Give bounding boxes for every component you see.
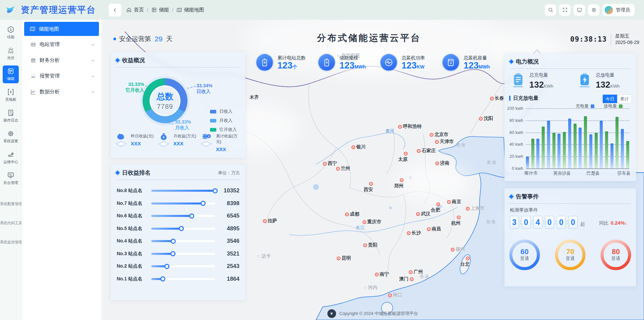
safe-days-suffix: 天 [166, 35, 172, 43]
slider-handle-icon[interactable] [170, 251, 176, 257]
ranking-slider[interactable] [151, 265, 215, 267]
settings-button[interactable] [588, 4, 599, 16]
alarm-events-panel: 告警事件 检测事故事件 304000起 同比0.24%↓ 60普通70普通80普… [504, 188, 636, 286]
ranking-value: 3521 [227, 250, 239, 257]
daily-revenue-ranking-panel: 日收益排名 单位：万元 No.8 站点名10352No.7 站点名8398No.… [111, 165, 245, 300]
ranking-slider[interactable] [151, 202, 215, 204]
ranking-value: 6545 [227, 213, 239, 219]
menu-item-报警管理[interactable]: 报警管理 [21, 68, 101, 84]
map-icon [176, 7, 182, 13]
tab-累计[interactable]: 累计 [617, 95, 632, 103]
ranking-slider[interactable] [151, 253, 215, 255]
monitor-icon [577, 7, 582, 13]
rail-extra-item[interactable]: 系统监控管理 [0, 240, 21, 245]
map-area[interactable]: 木齐乌兰巴托呼和浩特北京市天津市沈阳长春石家庄太原济南银川西宁兰州西安郑州拉萨成… [101, 20, 644, 320]
bar-discharge [605, 131, 608, 169]
slider-handle-icon[interactable] [200, 201, 206, 206]
breadcrumb-item[interactable]: 储能地图 [176, 7, 204, 13]
ops-icon [7, 151, 14, 158]
menu-item-电站管理[interactable]: 电站管理 [21, 37, 101, 52]
menu-item-储能地图[interactable]: 储能地图 [24, 22, 99, 36]
avatar [604, 6, 613, 14]
fullscreen-button[interactable] [559, 4, 571, 16]
monitor-button[interactable] [574, 4, 585, 16]
rail-item-label: 运维中心 [3, 159, 18, 165]
ranking-value: 2543 [227, 263, 239, 270]
kpi-储能规模: 储能规模123MWh [318, 53, 380, 72]
bar-charge [536, 139, 539, 169]
kpi-value: 123KW [401, 61, 425, 70]
log-icon [7, 109, 14, 117]
breadcrumb-label: 首页 [134, 7, 144, 13]
bar-discharge [574, 124, 577, 169]
ranking-slider[interactable] [151, 190, 215, 192]
solar-icon [7, 47, 14, 54]
map-label: 北京市 [434, 132, 448, 138]
back-button[interactable] [109, 4, 121, 16]
breadcrumb-item[interactable]: 储能 [151, 7, 169, 13]
bar-charge [568, 119, 571, 169]
map-label: 太原 [398, 156, 408, 163]
map-label: 达卡 [261, 253, 271, 259]
x-axis-tick: 喀什市 [525, 170, 538, 176]
ranking-slider[interactable] [151, 228, 215, 230]
panel-title: 日收益排名 [122, 169, 151, 177]
y-axis-tick: 0 kwh [504, 166, 523, 171]
map-label: 南京 [452, 199, 461, 205]
city-marker-icon [400, 178, 404, 182]
chevron-down-icon [91, 42, 95, 47]
alarm-rings: 60普通70普通80普通 [508, 239, 632, 271]
collapse-footer-button[interactable]: ▼ [327, 309, 336, 318]
gear-icon [7, 130, 14, 137]
breadcrumb-item[interactable]: 首页 [126, 7, 144, 13]
stat-label: 累计收益(万元) [216, 133, 242, 145]
slider-handle-icon[interactable] [164, 264, 170, 269]
x-axis-tick: 巴楚县 [587, 170, 600, 176]
map-label: 郑州 [394, 183, 404, 189]
user-menu[interactable]: 管理员 [602, 4, 635, 16]
rail-item-运维中心[interactable]: 运维中心 [0, 149, 21, 167]
ranking-value: 1864 [227, 276, 239, 282]
digit-separator-icon [531, 221, 533, 224]
ranking-slider[interactable] [151, 215, 215, 217]
panel-title: 收益概况 [122, 56, 145, 64]
divider [611, 34, 611, 45]
search-button[interactable] [545, 4, 556, 16]
rail-item-光伏[interactable]: 光伏 [0, 45, 21, 62]
ranking-row: No.7 站点名8398 [117, 199, 239, 208]
bar-discharge [626, 141, 629, 169]
menu-item-数据分析[interactable]: 数据分析 [21, 84, 101, 100]
donut-callout-daily: 33.34%日收入 [197, 83, 212, 94]
legend-swatch-icon [210, 119, 216, 123]
rail-item-综能[interactable]: 综能 [0, 24, 21, 42]
menu-item-label: 数据分析 [40, 89, 60, 95]
rail-item-操作日志[interactable]: 操作日志 [0, 107, 21, 125]
fullscreen-icon [562, 7, 568, 13]
slider-handle-icon[interactable] [179, 226, 184, 231]
station-rank-name: No.3 站点名 [117, 251, 151, 257]
unit-label: 单位：万元 [218, 170, 240, 176]
rail-extra-item[interactable]: 系统代码工具 [0, 221, 21, 226]
bar-discharge [584, 116, 587, 169]
kpi-总装机容量: 总装机容量123MWh [442, 53, 504, 72]
menu-item-label: 财务分析 [40, 57, 60, 63]
rail-item-后台管理[interactable]: 后台管理 [0, 170, 21, 187]
rail-extra-item[interactable]: 系统配置管理 [0, 201, 21, 207]
slider-handle-icon[interactable] [212, 188, 218, 193]
safe-days-prefix: 安全运营第 [119, 35, 151, 43]
rail-item-充电桩[interactable]: 充电桩 [0, 86, 21, 104]
slider-handle-icon[interactable] [160, 276, 165, 282]
slider-handle-icon[interactable] [189, 213, 194, 219]
rail-item-储能[interactable]: 储能 [3, 65, 19, 83]
ranking-slider[interactable] [151, 240, 215, 242]
city-marker-icon [363, 220, 366, 224]
rail-item-系统设置[interactable]: 系统设置 [0, 128, 21, 146]
revenue-stat: ¥月收益(万元)XXX [157, 132, 199, 152]
menu-item-财务分析[interactable]: 财务分析 [21, 52, 101, 68]
ranking-slider[interactable] [151, 278, 215, 280]
map-label: 济南 [440, 160, 449, 166]
city-marker-icon [430, 133, 433, 137]
tab-今日[interactable]: 今日 [603, 95, 617, 103]
map-label: 澳门 [399, 276, 409, 282]
slider-handle-icon[interactable] [170, 238, 176, 244]
